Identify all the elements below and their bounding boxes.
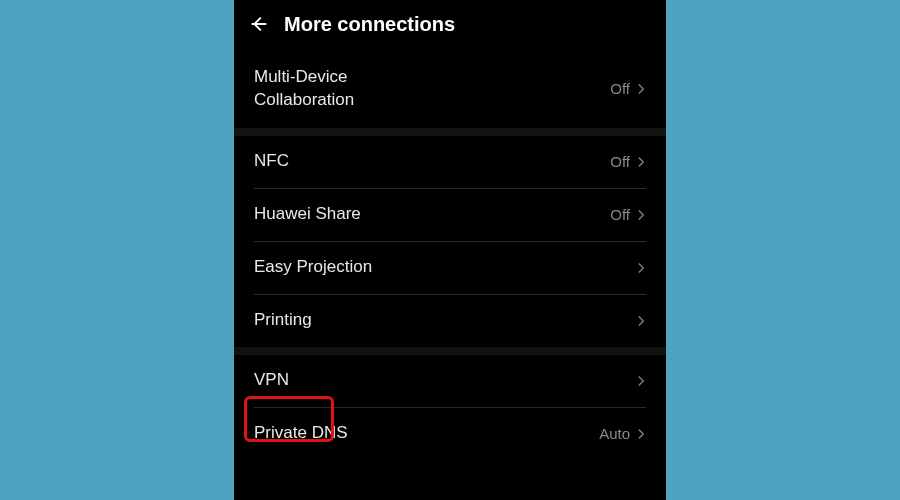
row-value: Off	[610, 206, 630, 223]
chevron-right-icon	[636, 427, 646, 441]
group-divider	[234, 347, 666, 355]
row-private-dns[interactable]: Private DNS Auto	[234, 408, 666, 460]
row-label: VPN	[254, 369, 289, 392]
row-label: Multi-Device Collaboration	[254, 66, 354, 112]
row-right: Off	[610, 153, 646, 170]
row-right: Off	[610, 206, 646, 223]
chevron-right-icon	[636, 374, 646, 388]
row-printing[interactable]: Printing	[234, 295, 666, 347]
settings-screen: More connections Multi-Device Collaborat…	[234, 0, 666, 500]
row-label: Easy Projection	[254, 256, 372, 279]
row-huawei-share[interactable]: Huawei Share Off	[234, 189, 666, 241]
row-right: Off	[610, 80, 646, 97]
row-vpn[interactable]: VPN	[234, 355, 666, 407]
back-arrow-icon[interactable]	[248, 13, 270, 35]
row-label: Huawei Share	[254, 203, 361, 226]
row-nfc[interactable]: NFC Off	[234, 136, 666, 188]
row-value: Auto	[599, 425, 630, 442]
row-right	[630, 314, 646, 328]
row-right: Auto	[599, 425, 646, 442]
chevron-right-icon	[636, 155, 646, 169]
row-right	[630, 261, 646, 275]
row-value: Off	[610, 153, 630, 170]
page-title: More connections	[284, 13, 455, 36]
chevron-right-icon	[636, 261, 646, 275]
row-label: Printing	[254, 309, 312, 332]
row-label: Private DNS	[254, 422, 348, 445]
group-divider	[234, 128, 666, 136]
chevron-right-icon	[636, 314, 646, 328]
chevron-right-icon	[636, 82, 646, 96]
header-bar: More connections	[234, 0, 666, 50]
row-multi-device-collaboration[interactable]: Multi-Device Collaboration Off	[234, 50, 666, 128]
row-value: Off	[610, 80, 630, 97]
row-easy-projection[interactable]: Easy Projection	[234, 242, 666, 294]
row-label: NFC	[254, 150, 289, 173]
row-right	[630, 374, 646, 388]
chevron-right-icon	[636, 208, 646, 222]
